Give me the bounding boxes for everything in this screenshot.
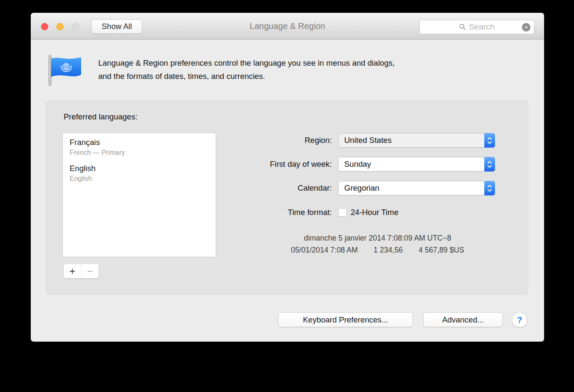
help-button[interactable]: ? bbox=[512, 312, 527, 328]
add-remove-button-group: + − bbox=[63, 264, 99, 279]
language-region-window: Show All Language & Region Search ✕ bbox=[31, 13, 544, 342]
region-label: Region: bbox=[158, 133, 332, 148]
traffic-lights bbox=[41, 23, 79, 30]
full-date-preview: dimanche 5 janvier 2014 7:08:09 AM UTC−8 bbox=[222, 234, 533, 243]
add-language-button[interactable]: + bbox=[64, 264, 81, 278]
short-format-preview: 05/01/2014 7:08 AM 1 234,56 4 567,89 $US bbox=[222, 246, 533, 255]
first-day-of-week-label: First day of week: bbox=[158, 157, 332, 171]
chevron-up-down-icon bbox=[484, 133, 495, 148]
close-button[interactable] bbox=[41, 23, 48, 30]
first-day-of-week-row: First day of week: Sunday bbox=[47, 157, 529, 171]
search-icon bbox=[459, 23, 466, 30]
chevron-up-down-icon bbox=[484, 157, 495, 171]
zoom-button bbox=[72, 23, 79, 30]
format-preview: dimanche 5 janvier 2014 7:08:09 AM UTC−8… bbox=[222, 234, 533, 255]
short-date-preview: 05/01/2014 7:08 AM bbox=[291, 246, 358, 255]
desktop-background: Show All Language & Region Search ✕ bbox=[0, 0, 574, 392]
titlebar: Show All Language & Region Search ✕ bbox=[31, 13, 544, 40]
description-line-1: Language & Region preferences control th… bbox=[98, 58, 395, 67]
calendar-value: Gregorian bbox=[344, 181, 379, 195]
search-field[interactable]: Search ✕ bbox=[419, 20, 534, 34]
time-format-label: Time format: bbox=[158, 205, 332, 220]
search-placeholder: Search bbox=[469, 22, 495, 32]
clear-search-icon[interactable]: ✕ bbox=[522, 23, 530, 32]
settings-group-box: Preferred languages: Français French — P… bbox=[46, 101, 528, 295]
un-flag-icon bbox=[46, 53, 85, 88]
calendar-select[interactable]: Gregorian bbox=[338, 181, 495, 195]
first-day-of-week-value: Sunday bbox=[344, 157, 371, 171]
number-preview: 1 234,56 bbox=[374, 246, 403, 255]
time-format-row: Time format: 24-Hour Time bbox=[47, 205, 529, 220]
advanced-button[interactable]: Advanced... bbox=[423, 312, 503, 327]
24-hour-time-checkbox[interactable] bbox=[338, 208, 347, 217]
minimize-button[interactable] bbox=[56, 23, 64, 30]
currency-preview: 4 567,89 $US bbox=[419, 246, 464, 255]
description-line-2: and the formats of dates, times, and cur… bbox=[98, 72, 265, 81]
region-value: United States bbox=[344, 134, 392, 147]
calendar-label: Calendar: bbox=[158, 181, 332, 195]
24-hour-time-checkbox-label: 24-Hour Time bbox=[351, 205, 398, 220]
region-select[interactable]: United States bbox=[338, 133, 495, 148]
chevron-up-down-icon bbox=[484, 181, 495, 195]
preferred-languages-label: Preferred languages: bbox=[64, 112, 138, 122]
calendar-row: Calendar: Gregorian bbox=[47, 181, 529, 195]
show-all-button[interactable]: Show All bbox=[91, 19, 142, 34]
keyboard-preferences-button[interactable]: Keyboard Preferences... bbox=[278, 312, 413, 327]
language-detail: French — Primary bbox=[70, 149, 209, 157]
panel-description: Language & Region preferences control th… bbox=[98, 56, 517, 83]
region-row: Region: United States bbox=[47, 133, 529, 148]
first-day-of-week-select[interactable]: Sunday bbox=[338, 157, 495, 171]
remove-language-button[interactable]: − bbox=[81, 264, 99, 278]
